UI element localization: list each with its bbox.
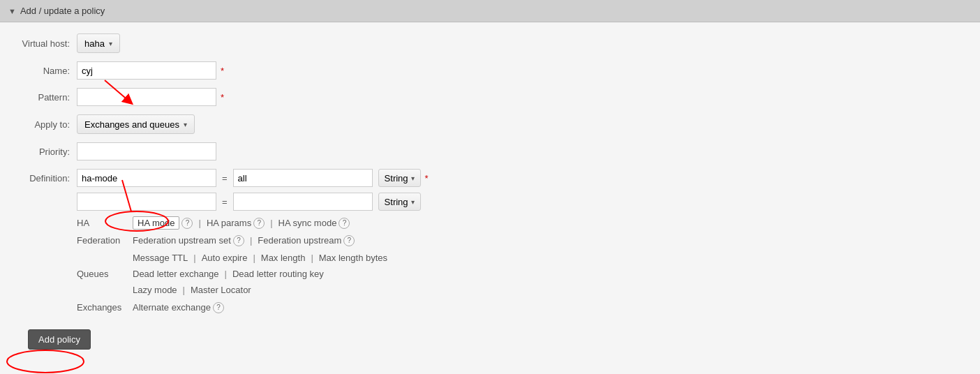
section-header: ▼ Add / update a policy [0, 0, 980, 22]
master-locator-link[interactable]: Master Locator [191, 283, 251, 297]
definition-row-2: = String ▾ [14, 193, 966, 211]
federation-upstream-link[interactable]: Federation upstream [258, 234, 341, 247]
add-policy-button[interactable]: Add policy [28, 329, 91, 350]
apply-to-dropdown-arrow: ▾ [184, 121, 187, 128]
definition-label: Definition: [14, 173, 77, 184]
name-required: * [221, 66, 224, 76]
ha-sync-mode-link[interactable]: HA sync mode [279, 216, 337, 230]
apply-to-value: Exchanges and queues [84, 119, 179, 130]
ha-sync-mode-help[interactable]: ? [339, 218, 350, 229]
virtual-host-row: Virtual host: haha ▾ [14, 33, 966, 53]
ha-params-link[interactable]: HA params [207, 216, 251, 230]
federation-shortcut-row: Federation Federation upstream set ? | F… [77, 234, 966, 247]
ha-category-label: HA [77, 218, 133, 228]
max-length-bytes-link[interactable]: Max length bytes [319, 251, 387, 264]
type-dropdown-arrow-1: ▾ [411, 174, 415, 182]
definition-type-btn-2[interactable]: String ▾ [378, 193, 421, 211]
lazy-mode-link[interactable]: Lazy mode [133, 283, 177, 297]
apply-to-row: Apply to: Exchanges and queues ▾ [14, 114, 966, 134]
virtual-host-value: haha [84, 38, 105, 49]
alternate-exchange-link[interactable]: Alternate exchange [133, 301, 211, 314]
name-input[interactable] [77, 61, 216, 80]
priority-label: Priority: [14, 147, 77, 157]
max-length-link[interactable]: Max length [261, 251, 306, 264]
virtual-host-label: Virtual host: [14, 38, 77, 49]
apply-to-label: Apply to: [14, 119, 77, 130]
queues-links-row2: Dead letter exchange | Dead letter routi… [133, 267, 387, 280]
virtual-host-dropdown[interactable]: haha ▾ [77, 33, 120, 53]
federation-upstream-help[interactable]: ? [343, 235, 355, 246]
exchanges-links: Alternate exchange ? [133, 301, 224, 314]
definition-value-2[interactable] [233, 193, 373, 211]
definition-type-2-label: String [385, 197, 408, 207]
ha-links: HA mode ? | HA params ? | HA sync mode ? [133, 216, 350, 230]
federation-category-label: Federation [77, 235, 133, 246]
queues-links-row1: Message TTL | Auto expire | Max length |… [133, 251, 387, 264]
virtual-host-dropdown-arrow: ▾ [109, 40, 112, 47]
queues-shortcut-row: Queues Message TTL | Auto expire | Max l… [77, 251, 966, 297]
dead-letter-routing-key-link[interactable]: Dead letter routing key [232, 267, 324, 280]
equals-sign-1: = [222, 173, 228, 184]
definition-type-1-label: String [385, 173, 408, 184]
definition-type-btn-1[interactable]: String ▾ [378, 169, 421, 187]
pattern-input[interactable] [77, 88, 216, 106]
definition-required: * [425, 173, 429, 184]
ha-mode-link[interactable]: HA mode [133, 216, 179, 230]
dead-letter-exchange-link[interactable]: Dead letter exchange [133, 267, 219, 280]
definition-value-1[interactable] [233, 169, 373, 187]
definition-row-1: Definition: = String ▾ * [14, 169, 966, 187]
auto-expire-link[interactable]: Auto expire [202, 251, 248, 264]
ha-params-help[interactable]: ? [253, 218, 265, 229]
pattern-row: Pattern: * [14, 88, 966, 106]
federation-upstream-set-link[interactable]: Federation upstream set [133, 234, 231, 247]
exchanges-shortcut-row: Exchanges Alternate exchange ? [77, 301, 966, 314]
priority-row: Priority: [14, 142, 966, 160]
shortcuts-section: HA HA mode ? | HA params ? | HA sync mod… [77, 216, 966, 314]
collapse-arrow[interactable]: ▼ [8, 7, 16, 15]
type-dropdown-arrow-2: ▾ [411, 198, 415, 206]
pattern-label: Pattern: [14, 92, 77, 103]
priority-input[interactable] [77, 142, 216, 160]
federation-upstream-set-help[interactable]: ? [233, 235, 244, 246]
definition-key-2[interactable] [77, 193, 216, 211]
ha-mode-help[interactable]: ? [181, 218, 193, 229]
federation-links: Federation upstream set ? | Federation u… [133, 234, 355, 247]
name-row: Name: * [14, 61, 966, 80]
section-title: Add / update a policy [20, 6, 105, 16]
add-policy-container: Add policy [14, 318, 966, 350]
queues-category-label: Queues [77, 269, 133, 279]
pattern-required: * [221, 92, 224, 103]
equals-sign-2: = [222, 197, 228, 207]
definition-key-1[interactable] [77, 169, 216, 187]
name-label: Name: [14, 66, 77, 76]
exchanges-category-label: Exchanges [77, 302, 133, 313]
queues-links-row3: Lazy mode | Master Locator [133, 283, 387, 297]
ha-shortcut-row: HA HA mode ? | HA params ? | HA sync mod… [77, 216, 966, 230]
apply-to-dropdown[interactable]: Exchanges and queues ▾ [77, 114, 195, 134]
alternate-exchange-help[interactable]: ? [213, 302, 224, 313]
message-ttl-link[interactable]: Message TTL [133, 251, 188, 264]
